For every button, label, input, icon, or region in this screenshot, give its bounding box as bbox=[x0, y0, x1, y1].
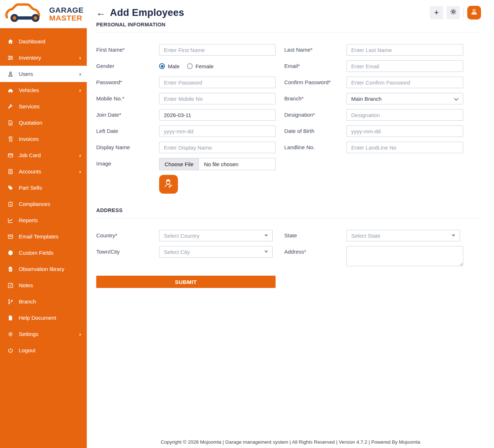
topbar: ← Add Employees + bbox=[87, 0, 494, 22]
sidebar-item-settings[interactable]: Settings › bbox=[0, 326, 87, 342]
gender-male-option[interactable]: Male bbox=[159, 63, 180, 69]
chevron-right-icon: › bbox=[79, 152, 81, 158]
pen-square-icon bbox=[7, 282, 14, 289]
sidebar-item-dashboard[interactable]: Dashboard bbox=[0, 33, 87, 49]
sidebar-item-label: Inventory bbox=[19, 55, 74, 61]
sidebar-item-branch[interactable]: Branch bbox=[0, 293, 87, 310]
sidebar-item-observation-library[interactable]: Observation library bbox=[0, 261, 87, 277]
mechanic-avatar-icon bbox=[162, 177, 175, 191]
sidebar-item-label: Branch bbox=[19, 298, 81, 305]
sidebar-item-notes[interactable]: Notes bbox=[0, 277, 87, 293]
first-name-input[interactable] bbox=[159, 44, 276, 56]
sidebar-item-quotation[interactable]: Quotation bbox=[0, 115, 87, 131]
sidebar-menu: Dashboard Inventory › Users › Vehicles ›… bbox=[0, 28, 87, 358]
chevron-right-icon: › bbox=[79, 55, 81, 61]
email-input[interactable] bbox=[346, 60, 463, 72]
landline-input[interactable] bbox=[346, 142, 463, 153]
sidebar-item-label: Logout bbox=[19, 347, 81, 353]
sidebar-item-accounts[interactable]: Accounts › bbox=[0, 163, 87, 180]
add-button[interactable]: + bbox=[430, 6, 443, 19]
radio-unselected-icon[interactable] bbox=[187, 63, 193, 69]
sidebar-item-label: Settings bbox=[19, 331, 74, 337]
gender-female-option[interactable]: Female bbox=[187, 63, 214, 69]
branch-select[interactable]: Main Branch bbox=[346, 93, 463, 104]
branch-select-value: Main Branch bbox=[351, 96, 382, 102]
receipt-icon bbox=[7, 136, 14, 142]
chevron-down-icon bbox=[454, 96, 459, 102]
sidebar-item-reports[interactable]: Reports bbox=[0, 212, 87, 228]
sidebar-item-label: Job Card bbox=[19, 152, 74, 158]
join-date-input[interactable] bbox=[159, 109, 276, 121]
password-label: Password* bbox=[96, 77, 159, 88]
sidebar-item-help-document[interactable]: Help Document bbox=[0, 310, 87, 326]
town-city-label: Town/City bbox=[96, 246, 159, 258]
last-name-input[interactable] bbox=[346, 44, 463, 56]
chevron-right-icon: › bbox=[79, 168, 81, 175]
password-input[interactable] bbox=[159, 77, 276, 88]
caret-down-icon bbox=[264, 251, 268, 253]
country-label: Country* bbox=[96, 230, 159, 241]
address-heading: ADDRESS bbox=[96, 207, 481, 218]
date-of-birth-input[interactable] bbox=[346, 125, 463, 137]
required-mark: * bbox=[313, 112, 315, 118]
sidebar-item-job-card[interactable]: Job Card › bbox=[0, 147, 87, 163]
back-arrow-icon[interactable]: ← bbox=[96, 8, 106, 17]
sidebar-item-vehicles[interactable]: Vehicles › bbox=[0, 82, 87, 98]
brand-logo[interactable]: GARAGE MASTER bbox=[0, 0, 87, 28]
required-mark: * bbox=[329, 79, 331, 85]
submit-button[interactable]: SUBMIT bbox=[96, 276, 276, 288]
designation-input[interactable] bbox=[346, 109, 463, 121]
user-at-laptop-icon bbox=[470, 8, 478, 18]
sidebar-item-label: Help Document bbox=[19, 315, 81, 321]
required-mark: * bbox=[123, 47, 125, 53]
profile-avatar-button[interactable] bbox=[467, 6, 481, 20]
sidebar-item-inventory[interactable]: Inventory › bbox=[0, 49, 87, 66]
landline-label: Landline No. bbox=[276, 142, 346, 153]
brand-name-top: GARAGE bbox=[49, 6, 84, 14]
sidebar-item-part-sells[interactable]: Part Sells bbox=[0, 180, 87, 196]
sidebar-item-invoices[interactable]: Invoices bbox=[0, 131, 87, 147]
sidebar-item-label: Accounts bbox=[19, 168, 74, 175]
choose-file-button[interactable]: Choose File bbox=[159, 158, 199, 170]
city-select[interactable]: Select City bbox=[159, 246, 273, 258]
country-select-placeholder: Select Country bbox=[164, 233, 199, 239]
brand-name-bottom: MASTER bbox=[49, 14, 84, 22]
mobile-label: Mobile No.* bbox=[96, 93, 159, 104]
display-name-input[interactable] bbox=[159, 142, 276, 153]
left-date-label: Left Date bbox=[96, 125, 159, 137]
file-icon bbox=[7, 315, 14, 321]
sidebar-item-email-templates[interactable]: Email Templates bbox=[0, 228, 87, 245]
left-date-input[interactable] bbox=[159, 125, 276, 137]
address-textarea[interactable] bbox=[346, 246, 463, 266]
chevron-right-icon: › bbox=[79, 331, 81, 337]
sidebar-item-label: Dashboard bbox=[19, 38, 81, 44]
chevron-right-icon: › bbox=[79, 87, 81, 93]
sidebar-item-compliances[interactable]: Compliances bbox=[0, 196, 87, 212]
required-mark: * bbox=[119, 112, 121, 118]
state-select[interactable]: Select State bbox=[346, 230, 460, 241]
country-select[interactable]: Select Country bbox=[159, 230, 273, 241]
address-form: Country* Select Country State Select Sta… bbox=[96, 230, 481, 266]
sidebar-item-logout[interactable]: Logout bbox=[0, 342, 87, 358]
brand-name: GARAGE MASTER bbox=[49, 6, 84, 22]
power-icon bbox=[7, 347, 14, 354]
wrench-icon bbox=[7, 103, 14, 110]
sidebar-item-label: Notes bbox=[19, 282, 81, 288]
footer-copyright: Copyright © 2026 Mojoomla | Garage manag… bbox=[87, 439, 494, 445]
image-file-input[interactable]: Choose File No file chosen bbox=[159, 158, 276, 170]
sidebar-item-custom-fields[interactable]: Custom Fields bbox=[0, 245, 87, 261]
settings-button[interactable] bbox=[447, 6, 460, 19]
sidebar-item-services[interactable]: Services bbox=[0, 98, 87, 115]
radio-selected-icon[interactable] bbox=[159, 63, 165, 69]
code-branch-icon bbox=[7, 298, 14, 305]
gear-icon bbox=[450, 8, 457, 17]
confirm-password-label: Confirm Password* bbox=[276, 77, 346, 88]
clipboard-check-icon bbox=[7, 201, 14, 207]
quotation-file-icon bbox=[7, 120, 14, 126]
address-label: Address* bbox=[276, 246, 346, 258]
sidebar-item-label: Custom Fields bbox=[19, 250, 81, 256]
mobile-input[interactable] bbox=[159, 93, 276, 104]
sidebar-item-users[interactable]: Users › bbox=[0, 66, 87, 82]
required-mark: * bbox=[302, 95, 304, 102]
confirm-password-input[interactable] bbox=[346, 77, 463, 88]
